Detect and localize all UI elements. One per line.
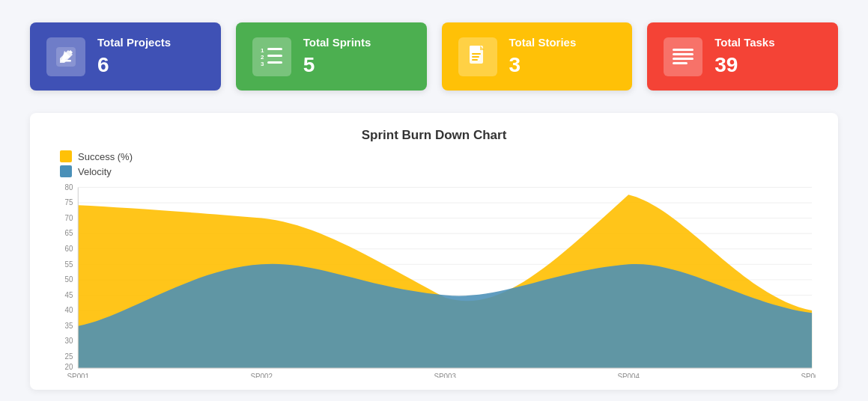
dashboard: Total Projects 6 1 2 3 Total Sprints 5 <box>0 0 868 401</box>
card-projects-value: 6 <box>97 53 109 77</box>
svg-text:3: 3 <box>261 61 264 67</box>
list-numbered-icon: 1 2 3 <box>252 37 291 76</box>
card-sprints-info: Total Sprints 5 <box>303 36 371 77</box>
card-stories-label: Total Stories <box>509 36 577 49</box>
card-tasks-info: Total Tasks 39 <box>714 36 774 77</box>
svg-rect-12 <box>472 56 479 58</box>
list-lines-icon <box>664 37 702 76</box>
card-tasks-label: Total Tasks <box>714 36 774 49</box>
svg-rect-7 <box>267 61 282 64</box>
card-sprints-value: 5 <box>303 53 315 77</box>
legend-success: Success (%) <box>60 150 816 162</box>
svg-text:SP004: SP004 <box>617 373 640 378</box>
svg-rect-13 <box>472 59 478 61</box>
svg-text:2: 2 <box>261 54 264 61</box>
svg-text:SP003: SP003 <box>434 373 457 378</box>
svg-text:1: 1 <box>261 47 264 54</box>
card-tasks-value: 39 <box>714 53 738 77</box>
card-total-tasks: Total Tasks 39 <box>647 22 838 91</box>
svg-text:70: 70 <box>65 213 73 222</box>
svg-text:60: 60 <box>65 245 73 254</box>
card-stories-info: Total Stories 3 <box>509 36 577 77</box>
svg-text:80: 80 <box>65 183 73 192</box>
svg-text:25: 25 <box>65 352 73 361</box>
card-total-projects: Total Projects 6 <box>30 22 221 91</box>
svg-text:55: 55 <box>65 260 73 269</box>
svg-rect-14 <box>673 49 694 51</box>
svg-rect-15 <box>673 53 694 55</box>
document-icon <box>458 37 497 76</box>
svg-text:50: 50 <box>65 275 73 284</box>
burn-down-chart: 80 75 70 65 60 55 50 45 40 35 30 25 20 <box>52 183 816 378</box>
svg-text:30: 30 <box>65 337 73 346</box>
card-stories-value: 3 <box>509 53 521 77</box>
svg-rect-16 <box>673 58 694 60</box>
svg-text:SP005: SP005 <box>801 373 816 378</box>
svg-text:SP002: SP002 <box>251 373 273 378</box>
svg-text:75: 75 <box>65 198 73 207</box>
card-projects-label: Total Projects <box>97 36 171 49</box>
legend-velocity: Velocity <box>60 165 816 177</box>
card-projects-info: Total Projects 6 <box>97 36 171 77</box>
cards-row: Total Projects 6 1 2 3 Total Sprints 5 <box>30 22 838 91</box>
legend-velocity-box <box>60 165 72 177</box>
svg-rect-11 <box>472 53 481 55</box>
svg-text:SP001: SP001 <box>67 373 90 378</box>
svg-text:20: 20 <box>65 363 73 372</box>
chart-legend: Success (%) Velocity <box>60 150 816 177</box>
legend-success-label: Success (%) <box>78 151 133 162</box>
svg-text:40: 40 <box>65 306 73 315</box>
chart-title: Sprint Burn Down Chart <box>52 128 816 143</box>
svg-rect-17 <box>673 62 688 64</box>
svg-text:65: 65 <box>65 229 73 238</box>
pencil-icon <box>46 37 85 76</box>
svg-text:35: 35 <box>65 321 73 330</box>
chart-svg-area: 80 75 70 65 60 55 50 45 40 35 30 25 20 <box>52 183 816 378</box>
chart-container: Sprint Burn Down Chart Success (%) Veloc… <box>30 113 838 390</box>
card-total-sprints: 1 2 3 Total Sprints 5 <box>236 22 427 91</box>
card-total-stories: Total Stories 3 <box>442 22 633 91</box>
legend-success-box <box>60 150 72 162</box>
svg-rect-6 <box>267 55 282 57</box>
card-sprints-label: Total Sprints <box>303 36 371 49</box>
legend-velocity-label: Velocity <box>78 166 112 177</box>
svg-text:45: 45 <box>65 290 73 299</box>
svg-rect-5 <box>267 48 282 50</box>
